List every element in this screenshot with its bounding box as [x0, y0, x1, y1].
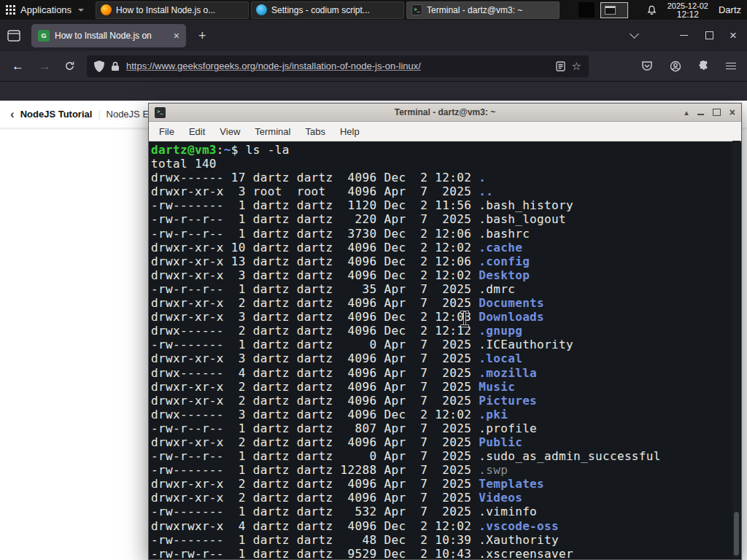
- terminal-line: drwxr-xr-x 10 dartz dartz 4096 Dec 2 12:…: [151, 241, 732, 254]
- user-label[interactable]: Dartz: [719, 4, 741, 15]
- terminal-line: -rw------- 1 dartz dartz 48 Dec 2 10:39 …: [151, 533, 732, 547]
- window-taskbar: How to Install Node.js o... Settings - c…: [96, 0, 560, 20]
- menu-hamburger-icon[interactable]: [726, 63, 736, 69]
- account-icon[interactable]: [670, 61, 681, 72]
- menu-item-tabs[interactable]: Tabs: [298, 126, 332, 137]
- terminal-maximize-button[interactable]: [713, 109, 721, 116]
- terminal-line: drwxr-xr-x 3 dartz dartz 4096 Apr 7 2025…: [151, 351, 732, 365]
- reload-button[interactable]: [64, 61, 75, 71]
- applications-label: Applications: [20, 4, 71, 15]
- forward-button: →: [39, 59, 51, 74]
- scrollbar-thumb[interactable]: [734, 512, 739, 556]
- file-name: .bashrc: [479, 227, 530, 241]
- ibeam-cursor: [460, 311, 469, 327]
- new-tab-button[interactable]: +: [198, 29, 206, 42]
- taskbar-item-codium[interactable]: Settings - codium script...: [251, 1, 404, 19]
- pocket-icon[interactable]: [641, 61, 653, 71]
- file-name: Desktop: [479, 268, 530, 282]
- tab-close-icon[interactable]: ×: [174, 31, 179, 41]
- panel-right-cluster: 2025-12-02 12:12 Dartz: [646, 1, 747, 19]
- firefox-view-icon[interactable]: [7, 30, 20, 42]
- tracking-shield-icon[interactable]: [94, 61, 104, 72]
- site-nav-link[interactable]: NodeJS Tutorial: [20, 109, 93, 120]
- file-name: Documents: [479, 296, 544, 310]
- terminal-titlebar[interactable]: >_ Terminal - dartz@vm3: ~ ▴ ×: [149, 104, 741, 122]
- terminal-close-button[interactable]: ×: [729, 107, 735, 117]
- terminal-window: >_ Terminal - dartz@vm3: ~ ▴ × File Edit…: [148, 103, 742, 560]
- chevron-left-icon[interactable]: ‹: [10, 107, 15, 122]
- file-name: .bash_logout: [479, 212, 566, 226]
- terminal-line: drwxrwxr-x 4 dartz dartz 4096 Dec 2 12:0…: [151, 519, 732, 533]
- lock-icon[interactable]: [111, 61, 120, 71]
- file-name: .cache: [479, 241, 522, 254]
- extensions-puzzle-icon[interactable]: [698, 61, 709, 71]
- file-name: Templates: [479, 477, 544, 491]
- taskbar-item-firefox[interactable]: How to Install Node.js o...: [96, 1, 249, 19]
- terminal-scrollbar[interactable]: [732, 141, 740, 559]
- terminal-line: drwx------ 2 dartz dartz 4096 Dec 2 12:1…: [151, 324, 732, 338]
- terminal-icon: >_: [155, 107, 166, 118]
- workspace-pager[interactable]: [600, 2, 628, 18]
- terminal-line: -rw------- 1 dartz dartz 0 Apr 7 2025 .I…: [151, 338, 732, 351]
- menu-item-view[interactable]: View: [212, 126, 247, 137]
- terminal-line: -rw-r--r-- 1 dartz dartz 3730 Dec 2 12:0…: [151, 227, 732, 241]
- browser-tab[interactable]: G How to Install Node.js on ×: [31, 24, 186, 47]
- terminal-line: drwxr-xr-x 3 root root 4096 Apr 7 2025 .…: [151, 184, 732, 198]
- browser-maximize-button[interactable]: [705, 31, 713, 39]
- chevron-down-icon: [78, 9, 84, 12]
- file-name: Pictures: [479, 394, 537, 408]
- menu-item-file[interactable]: File: [152, 126, 182, 137]
- menu-item-edit[interactable]: Edit: [182, 126, 212, 137]
- terminal-line: drwxr-xr-x 13 dartz dartz 4096 Dec 2 12:…: [151, 254, 732, 268]
- terminal-line: drwxr-xr-x 2 dartz dartz 4096 Apr 7 2025…: [151, 435, 732, 449]
- back-button[interactable]: ←: [12, 59, 24, 74]
- terminal-line: drwxr-xr-x 2 dartz dartz 4096 Apr 7 2025…: [151, 296, 732, 310]
- file-name: Downloads: [479, 310, 544, 324]
- navigation-toolbar: ← → https://www.geeksforgeeks.org/node-j…: [0, 51, 747, 82]
- file-name: .vscode-oss: [479, 519, 559, 533]
- bookmark-star-icon[interactable]: ☆: [572, 60, 581, 73]
- browser-minimize-button[interactable]: [680, 35, 688, 36]
- bell-icon[interactable]: [646, 4, 657, 16]
- toolbar-right-icons: [641, 61, 747, 72]
- shade-button[interactable]: ▴: [684, 109, 689, 117]
- applications-menu-button[interactable]: Applications: [0, 0, 91, 20]
- terminal-line: drwx------ 3 dartz dartz 4096 Dec 2 12:0…: [151, 408, 732, 421]
- terminal-line: -rw------- 1 dartz dartz 1120 Dec 2 11:5…: [151, 198, 732, 212]
- file-name: .config: [479, 254, 530, 268]
- file-name: .sudo_as_admin_successful: [479, 449, 661, 463]
- terminal-line: drwx------ 17 dartz dartz 4096 Dec 2 12:…: [151, 171, 732, 184]
- browser-close-button[interactable]: ×: [729, 29, 737, 42]
- menu-item-terminal[interactable]: Terminal: [247, 126, 298, 137]
- reader-mode-icon[interactable]: [556, 61, 565, 71]
- file-name: .mozilla: [479, 366, 537, 380]
- terminal-minimize-button[interactable]: [697, 114, 704, 115]
- taskbar-item-label: How to Install Node.js o...: [116, 5, 244, 15]
- menu-item-help[interactable]: Help: [333, 126, 367, 137]
- tray-item[interactable]: [578, 2, 595, 18]
- file-name: Public: [479, 435, 522, 449]
- url-bar[interactable]: https://www.geeksforgeeks.org/node-js/in…: [87, 55, 589, 77]
- gfg-favicon: G: [38, 30, 50, 42]
- desktop: Applications How to Install Node.js o...…: [0, 0, 747, 560]
- file-name: .Xauthority: [479, 533, 559, 547]
- url-text[interactable]: https://www.geeksforgeeks.org/node-js/in…: [126, 61, 549, 71]
- list-tabs-chevron-icon[interactable]: [630, 29, 639, 39]
- terminal-line: drwxr-xr-x 2 dartz dartz 4096 Apr 7 2025…: [151, 380, 732, 394]
- tab-bar: G How to Install Node.js on × + ×: [0, 20, 747, 51]
- file-name: .ICEauthority: [479, 338, 573, 351]
- file-name: .gnupg: [479, 324, 522, 338]
- file-name: Videos: [479, 491, 522, 505]
- clock-time: 12:12: [677, 10, 699, 19]
- panel-clock[interactable]: 2025-12-02 12:12: [667, 1, 708, 19]
- file-name: .: [479, 171, 486, 184]
- terminal-line: drwxr-xr-x 3 dartz dartz 4096 Dec 2 12:0…: [151, 310, 732, 324]
- terminal-line: total 140: [151, 157, 732, 171]
- terminal-line: drwxr-xr-x 3 dartz dartz 4096 Dec 2 12:0…: [151, 268, 732, 282]
- pager-window-icon: [605, 6, 616, 15]
- terminal-line: drwx------ 4 dartz dartz 4096 Apr 7 2025…: [151, 366, 732, 380]
- file-name: ..: [479, 184, 493, 198]
- taskbar-item-terminal[interactable]: >_ Terminal - dartz@vm3: ~: [406, 1, 560, 19]
- applications-grid-icon: [6, 5, 15, 15]
- terminal-body[interactable]: dartz@vm3:~$ ls -latotal 140drwx------ 1…: [149, 141, 732, 559]
